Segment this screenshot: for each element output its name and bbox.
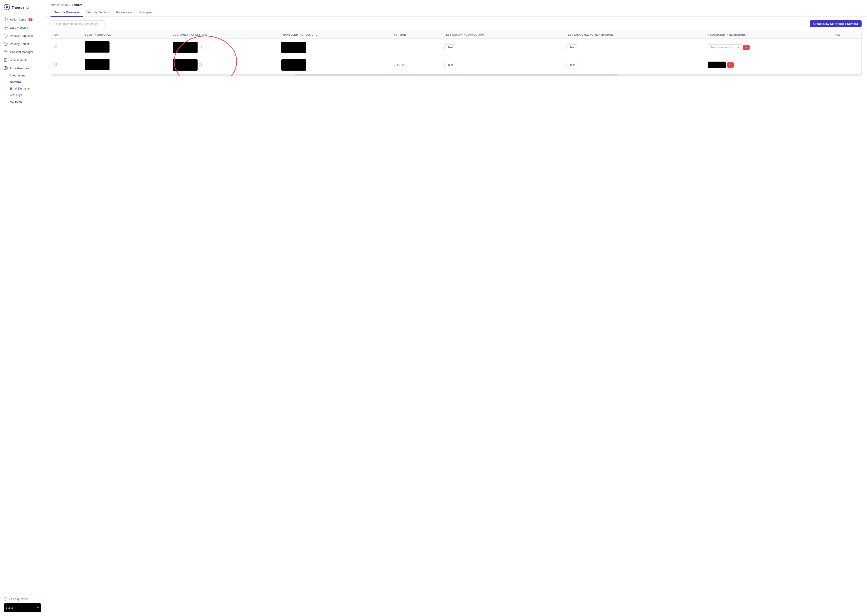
redacted-block — [85, 41, 109, 53]
svg-point-21 — [5, 68, 6, 69]
cell-customer-ingress-url-2 — [169, 56, 278, 74]
logo[interactable]: Transcend — [0, 0, 45, 14]
page-content: Assign users to deploy sombra gateway ▾ … — [45, 17, 867, 616]
copy-icon-2 — [54, 63, 58, 66]
svg-rect-33 — [55, 63, 57, 65]
data-mapping-icon — [4, 25, 8, 30]
cell-test-employee-1: Test — [563, 39, 704, 56]
cell-ia-2 — [51, 56, 81, 74]
infrastructure-sub-nav: Integrations Sombra Email Domains API Ke… — [0, 72, 45, 105]
sidebar: Transcend Action Items 6 Data Mapping — [0, 0, 45, 616]
assign-users-select[interactable]: Assign users to deploy sombra gateway — [50, 20, 105, 27]
cell-sombra-audience-2 — [81, 56, 169, 74]
cell-version-1 — [390, 39, 441, 56]
toolbar: Assign users to deploy sombra gateway ▾ … — [50, 20, 862, 27]
table-row: Test Test Select integrations — [51, 39, 861, 56]
test-gateway-button-2[interactable]: Test — [445, 62, 456, 68]
svg-point-8 — [5, 20, 6, 20]
cell-re-2 — [833, 56, 861, 74]
sidebar-item-api-keys[interactable]: API Keys — [10, 92, 45, 98]
transcend-logo-icon — [4, 4, 10, 10]
sidebar-item-assessments[interactable]: Assessments — [0, 56, 45, 64]
sidebar-item-data-mapping[interactable]: Data Mapping — [0, 24, 45, 31]
delete-button-1[interactable]: ✕ — [743, 45, 750, 50]
svg-point-27 — [5, 600, 6, 600]
cell-customer-ingress-url-1 — [169, 39, 278, 56]
redacted-block — [708, 61, 726, 68]
sidebar-item-privacy-center[interactable]: Privacy Center — [0, 40, 45, 48]
action-items-badge: 6 — [28, 18, 33, 21]
breadcrumb-current: Sombra — [72, 3, 82, 6]
sidebar-item-action-items[interactable]: Action Items 6 — [0, 15, 45, 24]
integrations-select-1[interactable]: Select integrations — [708, 44, 741, 50]
tab-security-settings[interactable]: Security Settings — [83, 8, 113, 17]
privacy-requests-icon — [4, 34, 8, 38]
consent-manager-icon — [4, 50, 8, 54]
main-content: Infrastructure › Sombra Sombra Gateways … — [45, 0, 867, 616]
copy-url-icon-2[interactable] — [199, 63, 202, 66]
copy-icon — [54, 46, 58, 49]
scrollbar-track — [52, 74, 861, 75]
sidebar-item-infrastructure[interactable]: Infrastructure — [0, 64, 45, 72]
table-row: 7.142.20 Test Test ✕ — [51, 56, 861, 74]
svg-point-4 — [4, 7, 5, 8]
sidebar-item-email-domains[interactable]: Email Domains — [10, 85, 45, 92]
tab-changelog[interactable]: Changelog — [136, 8, 157, 17]
svg-rect-31 — [199, 46, 201, 48]
delete-button-2[interactable]: ✕ — [727, 62, 734, 68]
redacted-block — [85, 59, 109, 70]
redacted-block — [281, 59, 306, 71]
cell-re-1 — [833, 39, 861, 56]
privacy-center-icon — [4, 42, 8, 46]
cell-transcend-ingress-url-1 — [278, 39, 390, 56]
infrastructure-icon — [4, 66, 8, 70]
tab-rotate-keys[interactable]: Rotate Keys — [112, 8, 136, 17]
table-scroll-container[interactable]: IA? SOMBRA AUDIENCE CUSTOMER INGRESS URL… — [51, 31, 861, 76]
copy-url-icon-1[interactable] — [199, 46, 202, 49]
test-gateway-button-1[interactable]: Test — [445, 44, 456, 50]
cell-version-2: 7.142.20 — [390, 56, 441, 74]
sidebar-item-integrations[interactable]: Integrations — [10, 72, 45, 79]
svg-rect-29 — [55, 46, 57, 47]
cell-sombra-audience-1 — [81, 39, 169, 56]
cell-test-gateway-2: Test — [441, 56, 563, 74]
svg-point-1 — [6, 6, 8, 8]
redacted-block — [173, 42, 197, 53]
svg-point-3 — [6, 9, 7, 10]
col-test-employee-auth: TEST EMPLOYEE AUTHENTICATION — [563, 31, 704, 39]
breadcrumb-parent[interactable]: Infrastructure — [50, 3, 68, 6]
cell-test-gateway-1: Test — [441, 39, 563, 56]
col-version: VERSION — [390, 31, 441, 39]
test-employee-button-1[interactable]: Test — [566, 44, 578, 50]
sidebar-item-attributes[interactable]: Attributes — [10, 98, 45, 105]
create-sombra-button[interactable]: Create New Self Hosted Sombra — [810, 20, 862, 27]
svg-point-2 — [6, 5, 7, 5]
cell-integrations-1: Select integrations ▾ ✕ — [704, 39, 833, 56]
scrollbar-thumb — [295, 74, 618, 75]
cell-integrations-2: ✕ — [704, 56, 833, 74]
col-transcend-ingress-url: TRANSCEND INGRESS URL — [278, 31, 390, 39]
col-re: RE — [833, 31, 861, 39]
breadcrumb: Infrastructure › Sombra — [45, 0, 867, 6]
col-test-gateway-connection: TEST GATEWAY CONNECTION — [441, 31, 563, 39]
svg-rect-35 — [199, 64, 201, 65]
svg-point-5 — [9, 7, 9, 8]
help-icon — [4, 597, 7, 601]
cell-ia-1 — [51, 39, 81, 56]
col-customer-ingress-url: CUSTOMER INGRESS URL — [169, 31, 278, 39]
sidebar-nav: Action Items 6 Data Mapping Privacy Requ… — [0, 14, 45, 593]
gateways-table: IA? SOMBRA AUDIENCE CUSTOMER INGRESS URL… — [51, 31, 861, 74]
cell-test-employee-2: Test — [563, 56, 704, 74]
sidebar-footer: Ask a question ●●●●● ▼ — [0, 593, 45, 616]
col-sombra-audience: SOMBRA AUDIENCE — [81, 31, 169, 39]
sidebar-item-consent-manager[interactable]: Consent Manager — [0, 48, 45, 56]
sidebar-item-privacy-requests[interactable]: Privacy Requests — [0, 31, 45, 40]
sidebar-item-sombra[interactable]: Sombra — [10, 79, 45, 85]
col-associated-integrations: ASSOCIATED INTEGRATIONS — [704, 31, 833, 39]
horizontal-scrollbar[interactable] — [51, 74, 861, 76]
user-profile[interactable]: ●●●●● ▼ — [4, 603, 41, 612]
svg-rect-14 — [4, 51, 7, 53]
test-employee-button-2[interactable]: Test — [566, 62, 578, 68]
ask-question-link[interactable]: Ask a question — [4, 597, 41, 601]
tab-sombra-gateways[interactable]: Sombra Gateways — [50, 8, 83, 17]
